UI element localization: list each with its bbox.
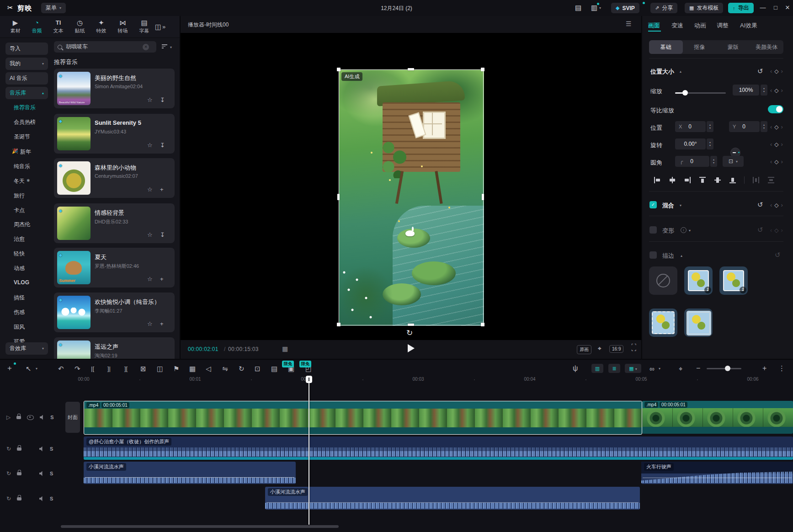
trim-left-button[interactable]: |[ (91, 365, 94, 373)
zoom-in-button[interactable]: + (762, 364, 766, 372)
focus-icon[interactable]: ⌖ (598, 345, 601, 352)
chevron-down-icon[interactable]: ▾ (599, 6, 601, 10)
publish-template-button[interactable]: ▦ 发布模板 (685, 3, 723, 13)
download-icon[interactable]: ↧ (160, 96, 165, 103)
chevron-down-icon[interactable]: ▾ (680, 203, 681, 207)
reset-icon[interactable]: ↺ (757, 226, 763, 234)
subtab-cutout[interactable]: 抠像 (683, 40, 717, 54)
add-icon[interactable]: + (160, 320, 164, 327)
reset-icon[interactable]: ↺ (757, 201, 763, 209)
sidebar-item-vlog[interactable]: VLOG (14, 279, 29, 286)
song-card[interactable]: ◆ 遥远之声 淘淘02:19 (54, 337, 175, 359)
lock-icon[interactable] (17, 447, 21, 451)
sidebar-item-light[interactable]: 轻快 (14, 250, 25, 258)
lock-icon[interactable] (17, 497, 21, 500)
favorite-star-icon[interactable]: ☆ (147, 186, 153, 193)
trim-right-button[interactable]: ]| (107, 365, 111, 373)
corner-radius-field[interactable]: ╭0 (675, 156, 709, 167)
tab-partial[interactable]: ◫ (155, 23, 161, 31)
volume-icon[interactable] (39, 471, 44, 476)
subtab-beauty[interactable]: 美颜美体 (750, 40, 784, 54)
video-track-icon[interactable]: ▷ (6, 414, 11, 420)
split-button[interactable]: ][ (124, 365, 128, 373)
playhead-handle[interactable] (306, 376, 312, 383)
sidebar-sfx-library-button[interactable]: 音效库▾ (5, 342, 48, 355)
collapse-icon[interactable]: ▴ (680, 69, 681, 74)
tab-media[interactable]: ▶素材 (5, 19, 26, 34)
sidebar-item-sad[interactable]: 伤感 (14, 309, 25, 316)
redo-button[interactable]: ↷ (75, 365, 80, 373)
sidebar-item-christmas[interactable]: 圣诞节 (14, 133, 30, 141)
stroke-option[interactable] (649, 309, 677, 337)
song-card[interactable]: ◆ Sunlit Serenity 5 JYMusic03:43 ☆ ↧ (54, 114, 175, 154)
zoom-out-button[interactable]: − (696, 364, 700, 372)
add-media-button[interactable]: + (7, 364, 12, 372)
sidebar-music-library-button[interactable]: 音乐库▴ (5, 87, 48, 99)
favorite-star-icon[interactable]: ☆ (147, 96, 153, 103)
maximize-button[interactable]: □ (769, 4, 782, 11)
download-icon[interactable]: ↧ (160, 231, 165, 238)
sidebar-item-pure-music[interactable]: 纯音乐 (14, 163, 30, 170)
keyframe-controls[interactable]: ‹◇› (770, 87, 783, 94)
main-track-magnet-toggle[interactable]: ▥ (591, 364, 603, 373)
add-icon[interactable]: + (160, 276, 164, 282)
timeline-zoom-knob[interactable] (725, 366, 730, 371)
subtab-basic[interactable]: 基础 (649, 40, 683, 54)
tab-sticker[interactable]: ◷贴纸 (69, 19, 90, 34)
track-type-icon[interactable]: ↻ (6, 470, 11, 477)
stroke-option[interactable]: ↧ (719, 266, 748, 295)
rotate-stepper[interactable]: ▴▾ (707, 138, 713, 149)
song-card[interactable]: ◆ 欢快愉悦小调（纯音乐） 李闻畅01:27 ☆ + (54, 293, 175, 332)
video-clip[interactable]: .mp4 00:00:05:01 (642, 401, 793, 434)
sidebar-item-recommended[interactable]: 推荐音乐 (14, 104, 36, 112)
favorite-star-icon[interactable]: ☆ (147, 276, 153, 282)
solo-badge[interactable]: S (50, 446, 53, 452)
stroke-option[interactable] (684, 309, 713, 337)
marker-button[interactable]: ⚑ (173, 365, 179, 373)
keyframe-controls[interactable]: ‹◇› (770, 123, 783, 130)
blend-checkbox[interactable]: ✓ (649, 201, 657, 208)
close-button[interactable]: ✕ (781, 4, 793, 11)
workspace-layout-icon[interactable]: ▥ (591, 4, 597, 12)
download-icon[interactable]: ↧ (160, 142, 165, 149)
distribute-h-icon[interactable] (752, 176, 760, 184)
position-y-field[interactable]: Y0 (729, 121, 760, 132)
grid-view-icon[interactable]: ▦ (282, 345, 288, 352)
position-x-stepper[interactable]: ▴▾ (707, 121, 713, 132)
preview-axis-toggle[interactable]: ⌖ (679, 365, 682, 373)
collapse-icon[interactable]: ▴ (681, 254, 682, 258)
position-y-stepper[interactable]: ▴▾ (761, 121, 767, 132)
ratio-badge[interactable]: 16:9 (609, 345, 623, 353)
keyframe-controls[interactable]: ‹◇› (770, 141, 783, 148)
sidebar-item-winter[interactable]: 冬天 (14, 177, 25, 185)
visibility-icon[interactable] (27, 415, 34, 420)
reset-icon[interactable]: ↺ (757, 67, 763, 75)
audio-clip-train[interactable]: 火车行驶声 (641, 462, 793, 484)
scale-slider-knob[interactable] (682, 90, 688, 96)
subtab-mask[interactable]: 蒙版 (716, 40, 750, 54)
tab-picture[interactable]: 画面 (648, 21, 660, 30)
tab-adjust[interactable]: 调整 (717, 21, 729, 30)
clear-search-icon[interactable]: ✕ (143, 44, 149, 50)
distribute-v-icon[interactable] (767, 176, 775, 184)
more-options-button[interactable]: ⋮ (778, 364, 785, 372)
undo-button[interactable]: ↶ (58, 365, 64, 373)
audio-clip-main[interactable]: @舒心治愈小屋（收徒）创作的原声 (84, 436, 793, 460)
uniform-scale-toggle[interactable] (768, 105, 783, 113)
tab-effects[interactable]: ✦特效 (90, 19, 112, 34)
track-type-icon[interactable]: ↻ (6, 495, 11, 502)
sidebar-item-member-hot[interactable]: 会员热榜 (14, 118, 36, 126)
favorite-star-icon[interactable]: ☆ (147, 320, 153, 327)
chevron-down-icon[interactable]: ▾ (659, 367, 660, 371)
record-audio-button[interactable]: ψ (573, 364, 578, 372)
scale-value[interactable]: 100% (733, 85, 759, 96)
song-card[interactable]: ◆ 森林里的小动物 Centurymusic02:07 ☆ + (54, 158, 175, 198)
minimize-button[interactable]: — (756, 4, 769, 11)
mirror-button[interactable]: ⇋ (222, 365, 228, 373)
tab-speed[interactable]: 变速 (671, 21, 683, 30)
sidebar-item-guofeng[interactable]: 国风 (14, 323, 25, 331)
align-right-icon[interactable] (684, 176, 691, 184)
select-tool-button[interactable]: ↖ (26, 365, 32, 373)
keyframe-controls[interactable]: ‹◇› (770, 202, 783, 208)
sidebar-item-new-year[interactable]: 新年 (20, 148, 31, 156)
